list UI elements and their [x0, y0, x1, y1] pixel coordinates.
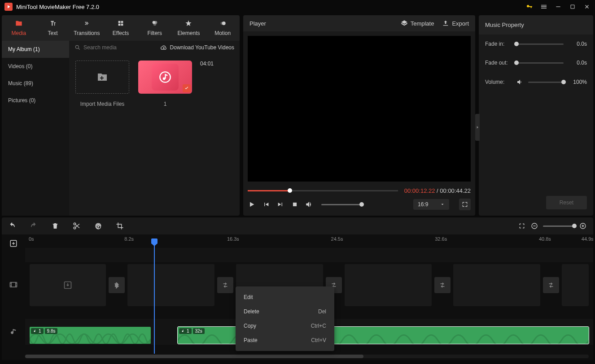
reset-button[interactable]: Reset — [546, 196, 587, 209]
redo-button[interactable] — [30, 222, 38, 230]
check-badge-icon — [183, 84, 191, 92]
close-button[interactable] — [583, 3, 591, 10]
video-slot[interactable] — [127, 264, 214, 306]
stop-button[interactable] — [291, 200, 299, 208]
svg-point-2 — [153, 23, 156, 26]
search-box[interactable] — [74, 44, 156, 51]
context-menu-delete[interactable]: DeleteDel — [236, 304, 334, 319]
download-icon — [63, 281, 72, 290]
volume-icon — [516, 78, 524, 86]
export-icon — [442, 20, 449, 27]
sidebar-item-videos[interactable]: Videos (0) — [2, 58, 69, 75]
properties-title: Music Property — [479, 15, 593, 35]
context-menu: Edit DeleteDel CopyCtrl+C PasteCtrl+V — [236, 286, 334, 351]
split-button[interactable] — [73, 222, 81, 230]
sidebar-item-pictures[interactable]: Pictures (0) — [2, 92, 69, 109]
transition-slot[interactable] — [434, 277, 451, 293]
swap-icon — [113, 281, 121, 289]
crop-button[interactable] — [116, 222, 124, 230]
player-panel: Player Template Export 00:00:12.22 / 00:… — [243, 15, 475, 216]
media-panel: Media Text Transitions Effects Filters E… — [2, 15, 240, 216]
clip-music-icon: 1 — [31, 328, 44, 334]
minimize-button[interactable] — [555, 3, 562, 10]
timeline-ruler[interactable]: 0s 8.2s 16.3s 24.5s 32.6s 40.8s 44.9s — [25, 234, 593, 248]
player-scrubber[interactable]: 00:00:12.22 / 00:00:44.22 — [243, 186, 475, 195]
svg-rect-15 — [10, 282, 17, 287]
svg-point-4 — [221, 22, 224, 25]
maximize-button[interactable] — [569, 3, 576, 10]
app-logo-icon — [4, 3, 13, 11]
playhead[interactable] — [154, 240, 155, 354]
fit-zoom-button[interactable] — [518, 222, 526, 230]
fade-out-row: Fade out: 0.0s — [479, 53, 593, 72]
audio-clip[interactable]: 1 9.8s — [30, 327, 151, 344]
zoom-out-button[interactable] — [530, 222, 538, 230]
fade-in-slider[interactable] — [516, 43, 564, 45]
volume-row: Volume: 100% — [479, 72, 593, 92]
transition-slot[interactable] — [543, 277, 559, 293]
search-input[interactable] — [83, 44, 137, 51]
context-menu-edit[interactable]: Edit — [236, 290, 334, 304]
aspect-ratio-select[interactable]: 16:9 — [413, 199, 449, 210]
sidebar-item-my-album[interactable]: My Album (1) — [2, 41, 69, 58]
duration-badge: 04:01 — [200, 61, 214, 67]
svg-point-5 — [75, 45, 79, 48]
undo-button[interactable] — [8, 222, 16, 230]
player-title: Player — [249, 20, 393, 27]
template-button[interactable]: Template — [401, 20, 434, 27]
prev-frame-button[interactable] — [262, 200, 270, 208]
app-title: MiniTool MovieMaker Free 7.2.0 — [16, 4, 526, 10]
tab-elements[interactable]: Elements — [172, 15, 206, 41]
video-slot[interactable] — [562, 264, 589, 306]
video-slot[interactable] — [345, 264, 432, 306]
next-frame-button[interactable] — [276, 200, 284, 208]
tab-media[interactable]: Media — [2, 15, 36, 41]
play-button[interactable] — [248, 200, 256, 208]
zoom-in-button[interactable] — [579, 222, 587, 230]
fullscreen-button[interactable] — [459, 199, 471, 210]
text-track[interactable] — [25, 248, 593, 262]
cloud-download-icon — [160, 44, 167, 51]
tab-text[interactable]: Text — [36, 15, 70, 41]
tab-filters[interactable]: Filters — [138, 15, 172, 41]
import-media-card[interactable]: Import Media Files — [75, 61, 129, 107]
music-thumb-icon — [152, 64, 179, 91]
key-icon[interactable] — [526, 3, 533, 10]
volume-slider[interactable] — [321, 204, 362, 205]
panel-collapse-handle[interactable] — [475, 114, 480, 141]
tab-effects[interactable]: Effects — [104, 15, 138, 41]
context-menu-paste[interactable]: PasteCtrl+V — [236, 333, 334, 347]
clip-music-icon: 1 — [179, 328, 192, 334]
timeline: 0s 8.2s 16.3s 24.5s 32.6s 40.8s 44.9s 1 … — [2, 234, 593, 360]
svg-rect-8 — [293, 203, 297, 206]
zoom-slider[interactable] — [543, 225, 574, 227]
transition-slot[interactable] — [217, 277, 233, 293]
tab-motion[interactable]: Motion — [206, 15, 240, 41]
volume-prop-slider[interactable] — [528, 82, 564, 83]
speed-button[interactable] — [94, 222, 102, 230]
video-slot[interactable] — [30, 264, 106, 306]
layers-icon — [401, 20, 408, 27]
download-youtube-link[interactable]: Download YouTube Videos — [160, 44, 234, 51]
search-icon — [74, 44, 81, 51]
export-button[interactable]: Export — [442, 20, 469, 27]
transition-slot[interactable] — [109, 277, 125, 293]
volume-icon[interactable] — [305, 200, 313, 208]
folder-plus-icon — [97, 72, 108, 82]
sidebar-item-music[interactable]: Music (89) — [2, 75, 69, 92]
menu-icon[interactable] — [540, 3, 547, 10]
add-track-button[interactable] — [6, 234, 21, 252]
player-viewport — [248, 36, 471, 182]
tab-transitions[interactable]: Transitions — [70, 15, 104, 41]
delete-button[interactable] — [51, 222, 59, 230]
media-item[interactable]: 04:01 1 — [138, 61, 192, 107]
video-slot[interactable] — [453, 264, 540, 306]
titlebar: MiniTool MovieMaker Free 7.2.0 — [0, 0, 595, 13]
video-track-icon — [6, 276, 21, 294]
time-display: 00:00:12.22 / 00:00:44.22 — [404, 187, 471, 194]
audio-track-icon — [6, 323, 21, 341]
timeline-scrollbar[interactable] — [25, 355, 589, 358]
chevron-down-icon — [440, 202, 445, 207]
fade-out-slider[interactable] — [516, 62, 564, 64]
context-menu-copy[interactable]: CopyCtrl+C — [236, 319, 334, 333]
